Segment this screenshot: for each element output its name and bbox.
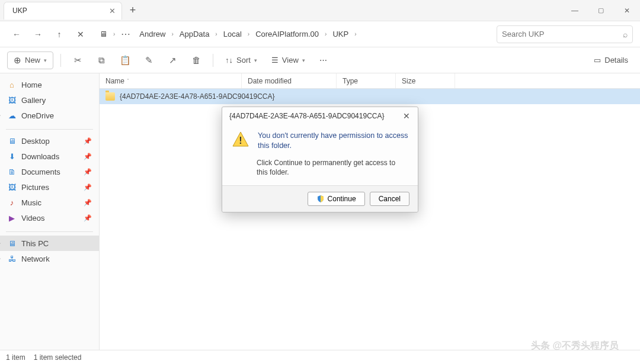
- details-label: Details: [604, 56, 628, 65]
- sidebar-item-documents[interactable]: 🗎Documents📌: [0, 164, 99, 179]
- share-icon[interactable]: ↗: [163, 51, 182, 69]
- chevron-right-icon: ›: [353, 31, 357, 37]
- pin-icon[interactable]: 📌: [84, 137, 92, 145]
- sidebar-label: Desktop: [21, 137, 50, 146]
- shield-icon: [316, 195, 325, 203]
- breadcrumb-segment[interactable]: Local: [220, 27, 245, 41]
- search-input[interactable]: [502, 30, 619, 38]
- sidebar-item-pictures[interactable]: 🖼Pictures📌: [0, 179, 99, 195]
- toolbar: ⊕ New ▾ ✂ ⧉ 📋 ✎ ↗ 🗑 ↑↓ Sort ▾ ☰ View ▾ ⋯…: [0, 47, 640, 73]
- delete-icon[interactable]: 🗑: [187, 51, 206, 69]
- sidebar-item-downloads[interactable]: ⬇Downloads📌: [0, 149, 99, 164]
- sidebar-label: Network: [21, 255, 50, 263]
- back-button[interactable]: ←: [7, 25, 26, 44]
- monitor-icon[interactable]: 🖥: [96, 27, 111, 41]
- more-button[interactable]: ⋯: [315, 51, 332, 69]
- dialog-buttons: Continue Cancel: [222, 185, 418, 212]
- svg-text:!: !: [239, 136, 242, 146]
- chevron-right-icon: ›: [214, 31, 218, 37]
- chevron-right-icon: ›: [112, 31, 116, 37]
- cancel-button[interactable]: Cancel: [370, 192, 409, 206]
- new-tab-button[interactable]: +: [124, 2, 141, 19]
- sidebar-item-gallery[interactable]: 🖼Gallery: [0, 92, 99, 108]
- column-size[interactable]: Size: [396, 73, 455, 88]
- details-icon: ▭: [594, 56, 601, 65]
- tab-ukp[interactable]: UKP ✕: [4, 2, 122, 20]
- item-count: 1 item: [6, 353, 25, 362]
- navbar: ← → ↑ ✕ 🖥 › ⋯ Andrew › AppData › Local ›…: [0, 21, 640, 47]
- window-controls: — ▢ ✕: [562, 0, 640, 21]
- breadcrumb-segment[interactable]: UKP: [329, 27, 352, 41]
- chevron-right-icon: ›: [247, 31, 251, 37]
- search-box[interactable]: ⌕: [497, 25, 633, 43]
- sidebar-label: Music: [21, 198, 41, 207]
- column-date[interactable]: Date modified: [242, 73, 337, 88]
- gallery-icon: 🖼: [7, 95, 17, 105]
- titlebar: UKP ✕ + — ▢ ✕: [0, 0, 640, 21]
- sort-button[interactable]: ↑↓ Sort ▾: [220, 51, 262, 69]
- close-tab-icon[interactable]: ✕: [109, 7, 116, 15]
- column-name[interactable]: Name˅: [100, 73, 242, 88]
- pin-icon[interactable]: 📌: [84, 168, 92, 176]
- search-icon[interactable]: ⌕: [623, 30, 628, 39]
- watermark: 头条 @不秀头程序员: [531, 340, 619, 352]
- chevron-right-icon[interactable]: ›: [0, 256, 1, 262]
- warning-icon: !: [232, 131, 249, 147]
- item-name: {4AD7D4AE-2A3E-4A78-A651-9ADC90419CCA}: [120, 92, 275, 101]
- dialog-body: ! You don't currently have permission to…: [222, 125, 418, 158]
- column-headers: Name˅ Date modified Type Size: [100, 73, 640, 89]
- copy-icon[interactable]: ⧉: [92, 51, 111, 69]
- cloud-icon: ☁: [7, 111, 17, 120]
- sidebar-item-network[interactable]: ›🖧Network: [0, 251, 99, 266]
- new-button[interactable]: ⊕ New ▾: [7, 51, 53, 69]
- view-icon: ☰: [271, 56, 279, 65]
- breadcrumb-more[interactable]: ⋯: [117, 28, 135, 40]
- pc-icon: 🖥: [7, 239, 17, 248]
- sidebar-item-music[interactable]: ♪Music📌: [0, 195, 99, 210]
- list-item[interactable]: {4AD7D4AE-2A3E-4A78-A651-9ADC90419CCA}: [100, 89, 640, 104]
- sidebar-item-home[interactable]: ⌂Home: [0, 77, 99, 92]
- sidebar-label: This PC: [21, 239, 49, 248]
- chevron-right-icon[interactable]: ›: [0, 240, 1, 246]
- chevron-right-icon[interactable]: ›: [0, 112, 1, 118]
- up-button[interactable]: ↑: [50, 25, 69, 44]
- new-label: New: [25, 56, 40, 65]
- sidebar-item-desktop[interactable]: 🖥Desktop📌: [0, 133, 99, 149]
- sort-indicator-icon: ˅: [127, 78, 129, 83]
- forward-button[interactable]: →: [28, 25, 47, 44]
- breadcrumb-segment[interactable]: Andrew: [136, 27, 169, 41]
- view-button[interactable]: ☰ View ▾: [267, 51, 310, 69]
- close-window-button[interactable]: ✕: [614, 0, 640, 21]
- document-icon: 🗎: [7, 167, 17, 176]
- cut-icon[interactable]: ✂: [68, 51, 87, 69]
- sidebar-item-videos[interactable]: ▶Videos📌: [0, 210, 99, 226]
- minimize-button[interactable]: —: [562, 0, 588, 21]
- sidebar-label: Pictures: [21, 183, 49, 192]
- dialog-message: You don't currently have permission to a…: [258, 131, 408, 151]
- close-dialog-button[interactable]: ✕: [400, 111, 413, 121]
- column-type[interactable]: Type: [337, 73, 396, 88]
- breadcrumb-segment[interactable]: CoreAIPlatform.00: [252, 27, 322, 41]
- pin-icon[interactable]: 📌: [84, 214, 92, 222]
- view-label: View: [282, 56, 299, 65]
- pin-icon[interactable]: 📌: [84, 153, 92, 160]
- maximize-button[interactable]: ▢: [588, 0, 614, 21]
- download-icon: ⬇: [7, 152, 17, 161]
- paste-icon[interactable]: 📋: [116, 51, 135, 69]
- breadcrumb: 🖥 › ⋯ Andrew › AppData › Local › CoreAIP…: [96, 27, 494, 41]
- sidebar-item-thispc[interactable]: ›🖥This PC: [0, 236, 99, 251]
- sidebar-label: OneDrive: [21, 111, 54, 120]
- dialog-title: {4AD7D4AE-2A3E-4A78-A651-9ADC90419CCA}: [229, 112, 385, 120]
- home-icon: ⌂: [7, 80, 17, 89]
- close-nav-button[interactable]: ✕: [71, 25, 90, 44]
- dialog-subtext: Click Continue to permanently get access…: [222, 158, 418, 185]
- rename-icon[interactable]: ✎: [139, 51, 158, 69]
- pin-icon[interactable]: 📌: [84, 199, 92, 207]
- details-button[interactable]: ▭ Details: [589, 51, 633, 69]
- chevron-down-icon: ▾: [302, 57, 305, 63]
- breadcrumb-segment[interactable]: AppData: [176, 27, 213, 41]
- continue-button[interactable]: Continue: [308, 192, 365, 206]
- pin-icon[interactable]: 📌: [84, 183, 92, 191]
- desktop-icon: 🖥: [7, 136, 17, 146]
- sidebar-item-onedrive[interactable]: ›☁OneDrive: [0, 108, 99, 123]
